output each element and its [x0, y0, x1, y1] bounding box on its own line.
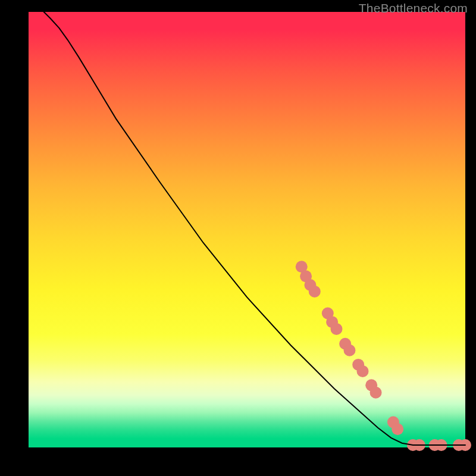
data-dots	[296, 261, 471, 451]
data-dot	[370, 387, 382, 399]
data-dot	[309, 286, 321, 298]
chart-frame: TheBottleneck.com	[0, 0, 476, 476]
data-dot	[357, 365, 369, 377]
data-dot	[330, 323, 342, 335]
watermark-text: TheBottleneck.com	[359, 1, 468, 15]
chart-overlay	[29, 12, 465, 447]
data-dot	[343, 345, 355, 356]
data-dot	[392, 423, 403, 435]
curve-line	[44, 12, 465, 445]
